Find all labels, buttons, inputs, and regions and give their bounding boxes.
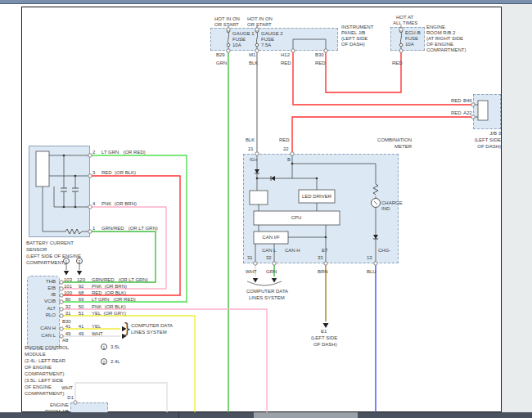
- label-chg: CHG-: [378, 248, 390, 254]
- sensor-pin-3: 3: [92, 170, 95, 176]
- wiring-diagram-page: HOT IN ONOR STARTHOT IN ONOR STARTGAUGE …: [0, 0, 532, 418]
- e1-label: E1: [321, 329, 327, 335]
- sensor-pin-1: 1: [92, 226, 95, 231]
- ecm-row-canl: CAN L: [41, 333, 56, 339]
- ecm-name-2: MODULE: [25, 352, 46, 357]
- ecm-rlo-p2: 51: [79, 311, 84, 317]
- ecm-cdl-1: COMPUTER DATA: [131, 323, 173, 329]
- ecm-canh-p2: 41: [79, 324, 84, 330]
- e1-label-3: OF DASH): [313, 342, 337, 348]
- jb3-name-2: (LEFT SIDE: [475, 137, 501, 143]
- ecm-ib-p2: 68: [79, 290, 84, 296]
- ipjb-name-3: (LEFT SIDE: [341, 36, 367, 42]
- ecub-name: ECU-B: [405, 30, 421, 36]
- gauge2-amp: 7.5A: [261, 43, 271, 48]
- junction-dot: [291, 163, 294, 165]
- gauge1-fuse-symbol-element: [228, 33, 228, 43]
- sensor-name-3: (LEFT SIDE OF ENGINE: [26, 254, 81, 259]
- color-b30: RED: [315, 61, 326, 66]
- sensor-wire-1: GRN/RED (OR LT GRN): [101, 226, 158, 231]
- color-alternator: WHT: [61, 385, 73, 391]
- connector-pin: [374, 262, 377, 265]
- connector-pin: [254, 262, 257, 265]
- horizontal-scrollbar[interactable]: [0, 412, 532, 418]
- label-canh-meter: CAN H: [285, 248, 300, 254]
- jb3-bus-bar: [478, 101, 488, 120]
- jb-internal-bus: [293, 39, 326, 51]
- junction-dot: [256, 178, 259, 180]
- sensor-wire-2: LT GRN (OR RED): [101, 150, 146, 155]
- cpu-label: CPU: [291, 215, 302, 221]
- connector-pin: [291, 152, 294, 155]
- ecm-row-eib: EIB: [47, 285, 56, 291]
- ecub-amp: 10A: [405, 42, 414, 47]
- junction-dot: [63, 155, 65, 157]
- pin-22: 22: [283, 146, 289, 152]
- ecm-vcib-color: LT GRN (OR RED): [92, 297, 136, 303]
- connector-pin: [60, 287, 63, 290]
- ecm-canl-p2: 49: [79, 331, 84, 337]
- errb-name-5: COMPARTMENT): [426, 47, 466, 53]
- hot1-line1: HOT IN ON: [214, 16, 240, 22]
- ecm-vcib-p2: 69: [79, 297, 84, 303]
- can-if-label: CAN I/F: [262, 235, 279, 240]
- meter-name-2: METER: [394, 144, 412, 150]
- junction-dot: [74, 175, 77, 178]
- ecm-name-4: OF ENGINE: [25, 365, 52, 371]
- scrollbar-thumb[interactable]: [254, 412, 358, 418]
- sensor-pin-4: 4: [92, 201, 95, 207]
- ecm-thb-p2: 120: [77, 277, 85, 283]
- connector-pin: [60, 327, 63, 330]
- ecm-row-vcib: VCIB: [44, 299, 56, 304]
- gauge1-amp: 10A: [232, 43, 241, 48]
- wire-red-h12-b46: [293, 51, 471, 105]
- ecm-name-1: ENGINE CONTROL: [25, 345, 69, 351]
- gauge1-fuse: FUSE: [232, 37, 246, 43]
- errb-name-2: ROOM R/B 2: [426, 30, 455, 36]
- gauge2-fuse-symbol: [255, 43, 259, 47]
- connector-pin: [60, 294, 63, 297]
- sensor-wire-4: PNK (OR BRN): [101, 201, 137, 207]
- ecm-row-ib: IB: [51, 292, 56, 298]
- gauge1-fuse-symbol: [227, 43, 230, 47]
- note-35l-marker: 1: [101, 344, 107, 350]
- junction-dot: [63, 206, 65, 209]
- wires-layer: [0, 0, 532, 418]
- connector-pin: [255, 49, 259, 52]
- ecm-name-5: COMPARTMENT): [25, 371, 64, 377]
- wire-red-b30-ecub: [326, 51, 401, 92]
- color-pin32: GRN: [266, 269, 277, 275]
- note-35l: 3.5L: [110, 344, 120, 350]
- ecm-ib-p1: 100: [64, 290, 72, 296]
- ecm-cdl-brace: }: [123, 321, 132, 337]
- meter-lamp-feed: [292, 164, 376, 184]
- ecm-alt-p2: 50: [79, 304, 84, 310]
- label-ig: IG+: [250, 157, 258, 163]
- ecm-row-canh: CAN H: [40, 326, 56, 331]
- pin-b29: B29: [216, 52, 225, 58]
- color-b29: GRN: [216, 61, 227, 66]
- pin-a22: A22: [463, 110, 472, 116]
- color-m1: BLK: [249, 61, 258, 66]
- hot3-line1: HOT AT: [396, 15, 413, 20]
- gauge2-fuse: FUSE: [261, 37, 274, 43]
- ecm-vcib-p1: 80: [65, 297, 71, 303]
- sensor-resistor: [65, 229, 82, 234]
- ecub-fuse-symbol: [399, 43, 403, 47]
- color-pin33: BRN: [318, 269, 328, 275]
- errb-name-1: ENGINE: [426, 25, 445, 30]
- right-gutter: [502, 4, 532, 412]
- ecm-thb-color: GRN/RED (OR LT GRN): [92, 277, 148, 283]
- ipjb-name-1: INSTRUMENT: [341, 25, 373, 30]
- diode-icon: [373, 235, 378, 239]
- scrollbar-separator: [178, 412, 179, 418]
- ecm-rlo-p1: 31: [65, 311, 71, 317]
- meter-name-1: COMBINATION: [377, 137, 412, 143]
- meter-regulator-box: [250, 191, 268, 205]
- label-b: B: [287, 157, 291, 163]
- ecm-name-6: (3.5L: LEFT SIDE: [25, 378, 63, 384]
- ecm-alt-color: PNK (OR BLK): [92, 304, 126, 310]
- gauge1-name: GAUGE 1: [232, 31, 255, 37]
- ecm-row-rlo: RLO: [46, 312, 56, 318]
- connector-pin: [88, 230, 92, 233]
